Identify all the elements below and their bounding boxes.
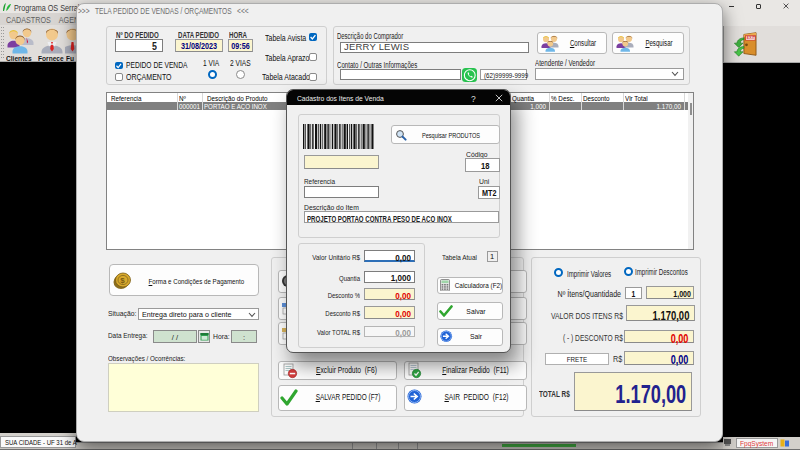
svg-text:EXIT: EXIT xyxy=(747,35,756,40)
svg-text:$: $ xyxy=(120,276,125,285)
